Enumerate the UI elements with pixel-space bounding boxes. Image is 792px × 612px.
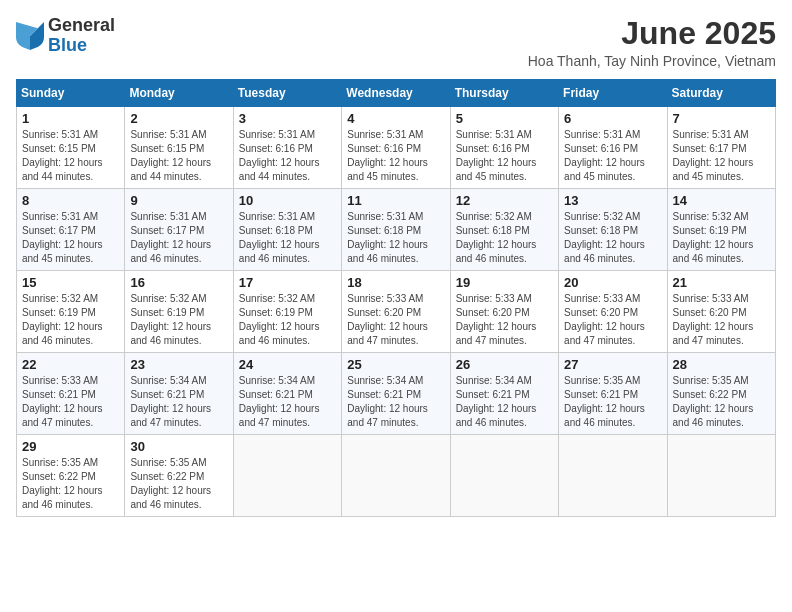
day-cell-4: 4 Sunrise: 5:31 AM Sunset: 6:16 PM Dayli… — [342, 107, 450, 189]
day-cell-21: 21 Sunrise: 5:33 AM Sunset: 6:20 PM Dayl… — [667, 271, 775, 353]
day-number: 13 — [564, 193, 661, 208]
day-cell-6: 6 Sunrise: 5:31 AM Sunset: 6:16 PM Dayli… — [559, 107, 667, 189]
calendar-table: SundayMondayTuesdayWednesdayThursdayFrid… — [16, 79, 776, 517]
day-detail: Sunrise: 5:31 AM Sunset: 6:18 PM Dayligh… — [347, 210, 444, 266]
day-detail: Sunrise: 5:35 AM Sunset: 6:21 PM Dayligh… — [564, 374, 661, 430]
day-cell-8: 8 Sunrise: 5:31 AM Sunset: 6:17 PM Dayli… — [17, 189, 125, 271]
day-cell-15: 15 Sunrise: 5:32 AM Sunset: 6:19 PM Dayl… — [17, 271, 125, 353]
day-number: 17 — [239, 275, 336, 290]
day-cell-14: 14 Sunrise: 5:32 AM Sunset: 6:19 PM Dayl… — [667, 189, 775, 271]
day-cell-5: 5 Sunrise: 5:31 AM Sunset: 6:16 PM Dayli… — [450, 107, 558, 189]
page-header: General Blue June 2025 Hoa Thanh, Tay Ni… — [16, 16, 776, 69]
day-detail: Sunrise: 5:31 AM Sunset: 6:17 PM Dayligh… — [22, 210, 119, 266]
day-number: 28 — [673, 357, 770, 372]
day-cell-18: 18 Sunrise: 5:33 AM Sunset: 6:20 PM Dayl… — [342, 271, 450, 353]
day-number: 7 — [673, 111, 770, 126]
day-detail: Sunrise: 5:31 AM Sunset: 6:16 PM Dayligh… — [347, 128, 444, 184]
day-detail: Sunrise: 5:34 AM Sunset: 6:21 PM Dayligh… — [239, 374, 336, 430]
day-cell-9: 9 Sunrise: 5:31 AM Sunset: 6:17 PM Dayli… — [125, 189, 233, 271]
weekday-header-wednesday: Wednesday — [342, 80, 450, 107]
day-detail: Sunrise: 5:32 AM Sunset: 6:19 PM Dayligh… — [130, 292, 227, 348]
day-detail: Sunrise: 5:32 AM Sunset: 6:19 PM Dayligh… — [239, 292, 336, 348]
day-detail: Sunrise: 5:35 AM Sunset: 6:22 PM Dayligh… — [22, 456, 119, 512]
day-detail: Sunrise: 5:32 AM Sunset: 6:19 PM Dayligh… — [673, 210, 770, 266]
day-detail: Sunrise: 5:31 AM Sunset: 6:16 PM Dayligh… — [564, 128, 661, 184]
day-number: 1 — [22, 111, 119, 126]
day-number: 21 — [673, 275, 770, 290]
day-cell-30: 30 Sunrise: 5:35 AM Sunset: 6:22 PM Dayl… — [125, 435, 233, 517]
day-detail: Sunrise: 5:32 AM Sunset: 6:18 PM Dayligh… — [564, 210, 661, 266]
title-block: June 2025 Hoa Thanh, Tay Ninh Province, … — [528, 16, 776, 69]
day-cell-2: 2 Sunrise: 5:31 AM Sunset: 6:15 PM Dayli… — [125, 107, 233, 189]
weekday-header-sunday: Sunday — [17, 80, 125, 107]
day-number: 30 — [130, 439, 227, 454]
day-cell-24: 24 Sunrise: 5:34 AM Sunset: 6:21 PM Dayl… — [233, 353, 341, 435]
logo-blue: Blue — [48, 35, 87, 55]
day-detail: Sunrise: 5:32 AM Sunset: 6:19 PM Dayligh… — [22, 292, 119, 348]
day-cell-25: 25 Sunrise: 5:34 AM Sunset: 6:21 PM Dayl… — [342, 353, 450, 435]
day-cell-26: 26 Sunrise: 5:34 AM Sunset: 6:21 PM Dayl… — [450, 353, 558, 435]
day-number: 4 — [347, 111, 444, 126]
calendar-row-3: 15 Sunrise: 5:32 AM Sunset: 6:19 PM Dayl… — [17, 271, 776, 353]
calendar-subtitle: Hoa Thanh, Tay Ninh Province, Vietnam — [528, 53, 776, 69]
day-detail: Sunrise: 5:35 AM Sunset: 6:22 PM Dayligh… — [673, 374, 770, 430]
day-cell-23: 23 Sunrise: 5:34 AM Sunset: 6:21 PM Dayl… — [125, 353, 233, 435]
day-detail: Sunrise: 5:31 AM Sunset: 6:16 PM Dayligh… — [456, 128, 553, 184]
day-number: 10 — [239, 193, 336, 208]
day-number: 15 — [22, 275, 119, 290]
day-detail: Sunrise: 5:33 AM Sunset: 6:20 PM Dayligh… — [564, 292, 661, 348]
day-detail: Sunrise: 5:31 AM Sunset: 6:15 PM Dayligh… — [130, 128, 227, 184]
day-cell-1: 1 Sunrise: 5:31 AM Sunset: 6:15 PM Dayli… — [17, 107, 125, 189]
day-number: 18 — [347, 275, 444, 290]
day-detail: Sunrise: 5:34 AM Sunset: 6:21 PM Dayligh… — [347, 374, 444, 430]
day-cell-3: 3 Sunrise: 5:31 AM Sunset: 6:16 PM Dayli… — [233, 107, 341, 189]
empty-cell — [667, 435, 775, 517]
day-detail: Sunrise: 5:33 AM Sunset: 6:20 PM Dayligh… — [456, 292, 553, 348]
day-cell-27: 27 Sunrise: 5:35 AM Sunset: 6:21 PM Dayl… — [559, 353, 667, 435]
weekday-header-row: SundayMondayTuesdayWednesdayThursdayFrid… — [17, 80, 776, 107]
day-number: 20 — [564, 275, 661, 290]
day-number: 23 — [130, 357, 227, 372]
day-cell-28: 28 Sunrise: 5:35 AM Sunset: 6:22 PM Dayl… — [667, 353, 775, 435]
day-detail: Sunrise: 5:34 AM Sunset: 6:21 PM Dayligh… — [456, 374, 553, 430]
empty-cell — [450, 435, 558, 517]
weekday-header-thursday: Thursday — [450, 80, 558, 107]
day-number: 8 — [22, 193, 119, 208]
calendar-row-1: 1 Sunrise: 5:31 AM Sunset: 6:15 PM Dayli… — [17, 107, 776, 189]
day-number: 2 — [130, 111, 227, 126]
day-cell-12: 12 Sunrise: 5:32 AM Sunset: 6:18 PM Dayl… — [450, 189, 558, 271]
weekday-header-saturday: Saturday — [667, 80, 775, 107]
day-detail: Sunrise: 5:31 AM Sunset: 6:17 PM Dayligh… — [673, 128, 770, 184]
weekday-header-friday: Friday — [559, 80, 667, 107]
day-cell-22: 22 Sunrise: 5:33 AM Sunset: 6:21 PM Dayl… — [17, 353, 125, 435]
day-cell-16: 16 Sunrise: 5:32 AM Sunset: 6:19 PM Dayl… — [125, 271, 233, 353]
logo-general: General — [48, 15, 115, 35]
day-detail: Sunrise: 5:31 AM Sunset: 6:18 PM Dayligh… — [239, 210, 336, 266]
day-detail: Sunrise: 5:35 AM Sunset: 6:22 PM Dayligh… — [130, 456, 227, 512]
calendar-row-4: 22 Sunrise: 5:33 AM Sunset: 6:21 PM Dayl… — [17, 353, 776, 435]
logo: General Blue — [16, 16, 115, 56]
day-detail: Sunrise: 5:31 AM Sunset: 6:17 PM Dayligh… — [130, 210, 227, 266]
day-number: 24 — [239, 357, 336, 372]
weekday-header-monday: Monday — [125, 80, 233, 107]
day-number: 16 — [130, 275, 227, 290]
day-detail: Sunrise: 5:33 AM Sunset: 6:20 PM Dayligh… — [347, 292, 444, 348]
day-number: 11 — [347, 193, 444, 208]
day-number: 29 — [22, 439, 119, 454]
day-detail: Sunrise: 5:31 AM Sunset: 6:16 PM Dayligh… — [239, 128, 336, 184]
empty-cell — [342, 435, 450, 517]
day-number: 27 — [564, 357, 661, 372]
calendar-row-5: 29 Sunrise: 5:35 AM Sunset: 6:22 PM Dayl… — [17, 435, 776, 517]
weekday-header-tuesday: Tuesday — [233, 80, 341, 107]
day-cell-10: 10 Sunrise: 5:31 AM Sunset: 6:18 PM Dayl… — [233, 189, 341, 271]
day-cell-29: 29 Sunrise: 5:35 AM Sunset: 6:22 PM Dayl… — [17, 435, 125, 517]
day-detail: Sunrise: 5:31 AM Sunset: 6:15 PM Dayligh… — [22, 128, 119, 184]
day-detail: Sunrise: 5:34 AM Sunset: 6:21 PM Dayligh… — [130, 374, 227, 430]
day-number: 22 — [22, 357, 119, 372]
day-number: 12 — [456, 193, 553, 208]
empty-cell — [233, 435, 341, 517]
day-cell-7: 7 Sunrise: 5:31 AM Sunset: 6:17 PM Dayli… — [667, 107, 775, 189]
logo-icon — [16, 22, 44, 50]
day-detail: Sunrise: 5:33 AM Sunset: 6:21 PM Dayligh… — [22, 374, 119, 430]
day-number: 14 — [673, 193, 770, 208]
